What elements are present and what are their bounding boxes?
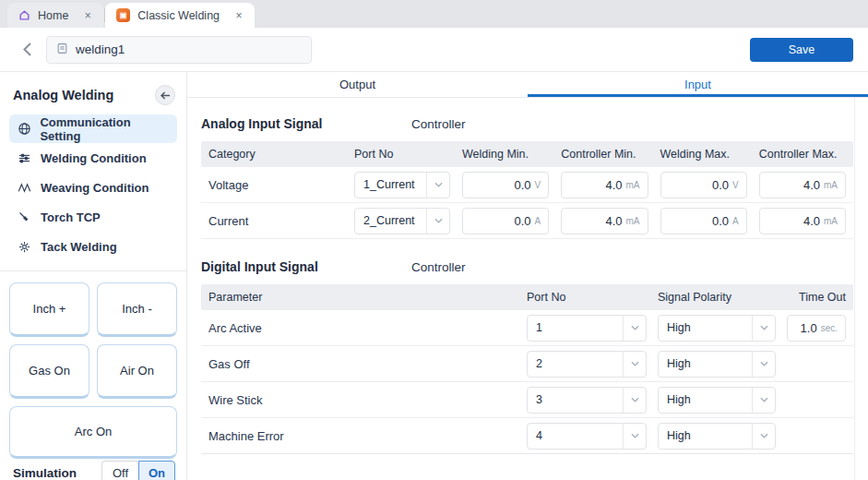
program-name-input[interactable]: welding1 <box>46 36 312 64</box>
column-header: Controller Max. <box>759 148 846 161</box>
arc-on-button[interactable]: Arc On <box>9 406 177 459</box>
torch-icon <box>17 210 32 224</box>
chevron-down-icon <box>426 209 449 234</box>
scrollbar-track[interactable] <box>854 98 855 480</box>
port-select[interactable]: 2_Current <box>354 208 450 234</box>
welding-max-input[interactable]: 0.0A <box>660 208 747 234</box>
port-select[interactable]: 3 <box>527 387 647 414</box>
port-select[interactable]: 2 <box>527 351 647 378</box>
globe-icon <box>17 122 31 136</box>
simulation-label: Simulation <box>13 466 77 480</box>
polarity-select[interactable]: High <box>658 423 776 450</box>
controller-max-input[interactable]: 4.0mA <box>759 208 846 234</box>
column-header: Signal Polarity <box>658 291 776 304</box>
column-header: Port No <box>527 291 647 304</box>
analog-section-title: Analog Input Signal <box>201 116 411 131</box>
sidebar-item-welding-condition[interactable]: Welding Condition <box>9 144 177 173</box>
chevron-down-icon <box>752 424 775 449</box>
sidebar-divider <box>0 270 186 271</box>
sidebar-item-tack-welding[interactable]: Tack Welding <box>9 233 177 261</box>
air-on-button[interactable]: Air On <box>97 344 177 399</box>
polarity-select[interactable]: High <box>658 315 776 342</box>
sidebar-item-label: Tack Welding <box>41 240 117 254</box>
table-row: Wire Stick 3 High <box>201 382 853 418</box>
column-header: Port No <box>354 148 450 161</box>
sliders-icon <box>17 151 32 165</box>
sidebar-item-torch-tcp[interactable]: Torch TCP <box>9 203 177 232</box>
category-label: Current <box>208 214 342 228</box>
sidebar-item-label: Weaving Condition <box>41 181 149 195</box>
toolbar: welding1 Save <box>0 28 868 72</box>
welding-min-input[interactable]: 0.0V <box>462 172 549 198</box>
save-button[interactable]: Save <box>750 38 853 62</box>
parameter-label: Wire Stick <box>208 393 338 407</box>
jog-button-grid: Inch + Inch - Gas On Air On Arc On <box>9 282 177 459</box>
sidebar-item-label: Torch TCP <box>41 210 101 224</box>
sidebar-item-label: Communication Setting <box>40 115 170 143</box>
table-row: Gas Off 2 High <box>201 346 853 382</box>
back-button[interactable] <box>15 38 39 62</box>
controller-min-input[interactable]: 4.0mA <box>561 208 648 234</box>
weave-icon <box>17 181 32 195</box>
table-row: Machine Error 4 High <box>201 418 853 454</box>
collapse-sidebar-button[interactable] <box>155 85 175 105</box>
simulation-toggle-group: Off On <box>101 461 175 480</box>
chevron-down-icon <box>623 316 646 341</box>
analog-table-header: Category Port No Welding Min. Controller… <box>201 141 853 167</box>
close-icon[interactable]: × <box>81 9 94 22</box>
digital-table-header: Parameter Port No Signal Polarity Time O… <box>201 284 853 310</box>
column-header: Welding Min. <box>462 148 549 161</box>
controller-max-input[interactable]: 4.0mA <box>759 172 846 198</box>
port-select[interactable]: 1 <box>527 315 647 342</box>
chevron-down-icon <box>752 352 775 377</box>
category-label: Voltage <box>208 178 342 192</box>
column-header: Time Out <box>787 291 846 304</box>
program-name-value: welding1 <box>76 42 125 56</box>
sidebar-title: Analog Welding <box>13 88 113 102</box>
tab-home-label: Home <box>38 9 68 22</box>
port-select[interactable]: 1_Current <box>354 172 450 198</box>
column-header: Parameter <box>208 291 338 304</box>
simulation-row: Simulation Off On <box>9 459 177 480</box>
welding-min-input[interactable]: 0.0A <box>462 208 549 234</box>
table-row: Current 2_Current 0.0A 4.0mA 0.0A 4.0mA <box>201 203 853 239</box>
sidebar-nav: Communication Setting Welding Condition … <box>9 114 177 261</box>
tab-classic-welding[interactable]: ▣ Classic Welding × <box>105 3 255 28</box>
tab-home[interactable]: Home × <box>7 3 103 28</box>
table-row: Arc Active 1 High 1.0sec. <box>201 310 853 346</box>
chevron-down-icon <box>752 388 775 413</box>
analog-section-header: Analog Input Signal Controller <box>201 116 853 131</box>
controller-min-input[interactable]: 4.0mA <box>561 172 648 198</box>
parameter-label: Arc Active <box>208 321 338 335</box>
port-select[interactable]: 4 <box>527 423 647 450</box>
simulation-off-button[interactable]: Off <box>101 461 138 480</box>
simulation-on-button[interactable]: On <box>138 461 175 480</box>
analog-section-subtitle: Controller <box>411 117 466 131</box>
sidebar-item-label: Welding Condition <box>41 151 147 165</box>
tack-icon <box>17 240 32 254</box>
sidebar: Analog Welding Communication Setting Wel… <box>0 72 187 480</box>
polarity-select[interactable]: High <box>658 351 776 378</box>
home-icon <box>18 9 30 21</box>
sidebar-item-communication-setting[interactable]: Communication Setting <box>9 114 177 143</box>
polarity-select[interactable]: High <box>658 387 776 414</box>
timeout-input[interactable]: 1.0sec. <box>787 315 846 342</box>
inch-plus-button[interactable]: Inch + <box>9 282 89 337</box>
window-tab-bar: Home × ▣ Classic Welding × <box>0 0 868 28</box>
sidebar-item-weaving-condition[interactable]: Weaving Condition <box>9 174 177 202</box>
column-header: Category <box>208 148 342 161</box>
tab-classic-welding-label: Classic Welding <box>137 9 220 22</box>
gas-on-button[interactable]: Gas On <box>9 344 89 399</box>
close-icon[interactable]: × <box>232 9 245 22</box>
chevron-down-icon <box>623 352 646 377</box>
welding-app-icon: ▣ <box>116 8 130 22</box>
inch-minus-button[interactable]: Inch - <box>97 282 177 337</box>
column-header: Controller Min. <box>561 148 648 161</box>
column-header: Welding Max. <box>660 148 747 161</box>
tab-output[interactable]: Output <box>187 72 528 97</box>
digital-section-subtitle: Controller <box>411 260 466 274</box>
welding-max-input[interactable]: 0.0V <box>660 172 747 198</box>
tab-input[interactable]: Input <box>528 72 868 97</box>
chevron-down-icon <box>426 173 449 198</box>
table-row: Voltage 1_Current 0.0V 4.0mA 0.0V 4.0mA <box>201 167 853 203</box>
